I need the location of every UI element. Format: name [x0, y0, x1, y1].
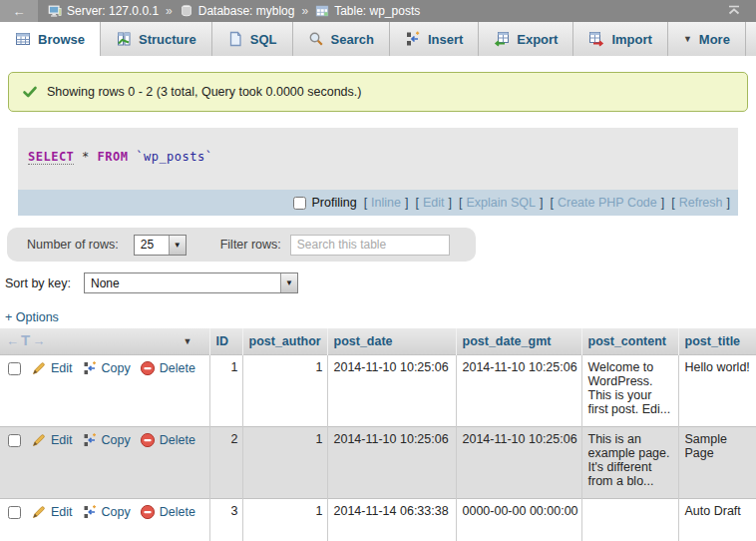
row-checkbox[interactable]	[8, 506, 21, 519]
breadcrumb-table[interactable]: Table: wp_posts	[315, 4, 420, 18]
tab-structure-label: Structure	[139, 32, 196, 47]
fulltext-toggle-icon[interactable]: ←T→	[6, 333, 45, 348]
cell-id: 2	[209, 426, 242, 498]
cell-post-content: Welcome to WordPress. This is your first…	[581, 354, 678, 426]
sql-link-edit[interactable]: Edit	[423, 196, 445, 210]
copy-row-button[interactable]: Copy	[82, 504, 131, 520]
chevron-down-icon: ▼	[169, 236, 186, 255]
column-options-dropdown-icon[interactable]: ▼	[184, 336, 192, 346]
cell-post-title: Hello world!	[678, 354, 756, 426]
header-id[interactable]: ID	[209, 328, 242, 354]
breadcrumb-server[interactable]: Server: 127.0.0.1	[48, 4, 159, 18]
table-row: Edit Copy Delete 1 1 2014-11-10 10:25:06…	[0, 354, 756, 426]
sql-link-refresh[interactable]: Refresh	[679, 196, 723, 210]
tab-export-label: Export	[517, 32, 558, 47]
tab-import[interactable]: Import	[573, 22, 667, 56]
cell-post-title: Auto Draft	[678, 498, 756, 541]
table-tabs: Browse Structure SQL Search Insert Expor…	[0, 22, 756, 56]
copy-icon	[82, 360, 98, 376]
delete-row-button[interactable]: Delete	[140, 504, 195, 520]
cell-post-date-gmt: 2014-11-10 10:25:06	[456, 426, 581, 498]
cell-id: 1	[209, 354, 242, 426]
tab-structure[interactable]: Structure	[101, 22, 212, 56]
sql-query-display: SELECT * FROM `wp_posts`	[18, 128, 738, 190]
sort-key-select[interactable]: None ▼	[84, 272, 298, 293]
cell-post-content: This is an example page. It's different …	[581, 426, 678, 498]
edit-row-button[interactable]: Edit	[31, 432, 73, 448]
breadcrumb-table-label: Table: wp_posts	[334, 4, 420, 18]
tab-export[interactable]: Export	[479, 22, 573, 56]
sql-query-block: SELECT * FROM `wp_posts` Profiling [ Inl…	[18, 128, 738, 216]
bracket: ]	[540, 196, 543, 210]
header-actions[interactable]: ←T→ ▼	[0, 328, 209, 354]
pencil-icon	[31, 360, 47, 376]
sql-link-create-php[interactable]: Create PHP Code	[558, 196, 657, 210]
tab-browse[interactable]: Browse	[0, 22, 101, 56]
breadcrumb: Server: 127.0.0.1 » Database: myblog » T…	[48, 4, 726, 18]
row-checkbox[interactable]	[8, 362, 21, 375]
sql-link-php-group: [ Create PHP Code ]	[550, 196, 664, 210]
copy-row-button[interactable]: Copy	[82, 432, 131, 448]
sql-link-explain[interactable]: Explain SQL	[466, 196, 535, 210]
header-post-content[interactable]: post_content	[581, 328, 678, 354]
tab-more[interactable]: ▼ More	[668, 22, 746, 56]
export-icon	[494, 31, 510, 47]
header-post-date-gmt[interactable]: post_date_gmt	[456, 328, 581, 354]
bracket: [	[415, 196, 418, 210]
browse-icon	[15, 31, 31, 47]
copy-icon	[82, 504, 98, 520]
structure-icon	[116, 31, 132, 47]
rows-per-page-value: 25	[135, 236, 169, 255]
sort-bar: Sort by key: None ▼	[5, 272, 756, 293]
sql-keyword-select[interactable]: SELECT	[28, 150, 74, 165]
table-row: Edit Copy Delete 2 1 2014-11-10 10:25:06…	[0, 426, 756, 498]
edit-row-button[interactable]: Edit	[31, 360, 73, 376]
filter-search-input[interactable]	[290, 235, 450, 256]
filter-rows-label: Filter rows:	[220, 238, 281, 252]
options-toggle[interactable]: + Options	[5, 310, 59, 324]
row-checkbox[interactable]	[8, 434, 21, 447]
nav-back-button[interactable]: ←	[0, 0, 38, 22]
insert-icon	[405, 31, 421, 47]
sql-link-inline[interactable]: Inline	[371, 196, 401, 210]
tab-search[interactable]: Search	[293, 22, 390, 56]
delete-icon	[140, 360, 156, 376]
copy-icon	[82, 432, 98, 448]
sql-link-refresh-group: [ Refresh ]	[671, 196, 730, 210]
header-post-author[interactable]: post_author	[242, 328, 327, 354]
sql-table-identifier: `wp_posts`	[136, 150, 212, 164]
sort-key-value: None	[85, 273, 280, 292]
copy-row-button[interactable]: Copy	[82, 360, 131, 376]
delete-icon	[140, 432, 156, 448]
tab-sql[interactable]: SQL	[212, 22, 293, 56]
sql-link-inline-group: [ Inline ]	[364, 196, 409, 210]
bracket: [	[550, 196, 553, 210]
bracket: [	[364, 196, 367, 210]
table-icon	[315, 4, 329, 18]
tab-search-label: Search	[331, 32, 374, 47]
collapse-console-button[interactable]	[726, 3, 742, 19]
bracket: ]	[661, 196, 664, 210]
cell-post-date: 2014-11-10 10:25:06	[327, 354, 456, 426]
pencil-icon	[31, 504, 47, 520]
edit-row-button[interactable]: Edit	[31, 504, 73, 520]
breadcrumb-database[interactable]: Database: myblog	[180, 4, 295, 18]
header-post-date[interactable]: post_date	[327, 328, 456, 354]
collapse-up-icon	[726, 3, 742, 19]
profiling-checkbox[interactable]	[293, 197, 306, 210]
check-icon	[22, 84, 38, 100]
delete-row-button[interactable]: Delete	[140, 432, 195, 448]
cell-id: 3	[209, 498, 242, 541]
cell-post-author: 1	[242, 498, 327, 541]
breadcrumb-database-label: Database: myblog	[198, 4, 295, 18]
header-post-title[interactable]: post_title	[678, 328, 756, 354]
breadcrumb-server-label: Server: 127.0.0.1	[67, 4, 159, 18]
chevron-down-icon: ▼	[683, 34, 692, 44]
delete-row-button[interactable]: Delete	[140, 360, 195, 376]
tab-insert[interactable]: Insert	[390, 22, 479, 56]
breadcrumb-separator: »	[301, 4, 308, 18]
pencil-icon	[31, 432, 47, 448]
cell-post-date: 2014-11-14 06:33:38	[327, 498, 456, 541]
rows-per-page-select[interactable]: 25 ▼	[134, 235, 187, 256]
bracket: ]	[405, 196, 408, 210]
